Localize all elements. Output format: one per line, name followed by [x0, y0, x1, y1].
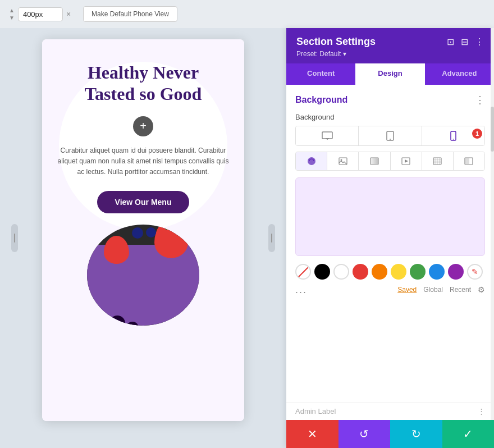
settings-tabs: Content Design Advanced: [286, 63, 494, 85]
swatch-transparent[interactable]: [295, 264, 311, 280]
tab-content[interactable]: Content: [286, 63, 355, 85]
background-section-title: Background: [295, 95, 347, 105]
value-stepper[interactable]: ▲ ▼: [9, 7, 15, 21]
resize-handle-left[interactable]: [11, 224, 18, 252]
swatch-purple[interactable]: [448, 264, 464, 280]
body-text: Curabitur aliquet quam id dui posuere bl…: [56, 145, 231, 178]
bg-type-tabs: [295, 152, 485, 171]
bg-type-video[interactable]: [391, 152, 422, 170]
color-tab-global[interactable]: Global: [423, 286, 443, 294]
tab-advanced[interactable]: Advanced: [425, 63, 494, 85]
device-tab-tablet[interactable]: [359, 126, 422, 145]
dots-button[interactable]: ···: [295, 286, 307, 298]
expand-icon[interactable]: ⊡: [447, 36, 454, 47]
settings-title: Section Settings: [296, 36, 376, 48]
background-section-header: Background ⋮: [295, 94, 485, 106]
svg-point-6: [390, 139, 391, 140]
swatch-custom[interactable]: ✎: [467, 264, 483, 280]
layout-icon[interactable]: ⊟: [461, 36, 468, 47]
svg-point-10: [340, 159, 342, 161]
phone-content: Healthy Never Tasted so Good + Curabitur…: [42, 39, 244, 421]
bg-type-color[interactable]: [296, 152, 327, 170]
admin-menu-icon[interactable]: ⋮: [478, 407, 485, 415]
bg-type-pattern[interactable]: [422, 152, 454, 170]
scrollbar-thumb[interactable]: [491, 107, 494, 152]
color-tab-saved[interactable]: Saved: [397, 286, 417, 294]
preset-selector[interactable]: Preset: Default ▾: [296, 50, 484, 58]
width-input[interactable]: [18, 7, 63, 21]
background-field-label: Background: [295, 113, 485, 121]
view-menu-button[interactable]: View Our Menu: [97, 191, 190, 213]
swatch-blue[interactable]: [429, 264, 445, 280]
make-default-button[interactable]: Make Default Phone View: [83, 6, 177, 22]
swatch-black[interactable]: [314, 264, 330, 280]
bg-type-image[interactable]: [327, 152, 359, 170]
scrollbar-track[interactable]: [491, 28, 494, 420]
badge-1: 1: [472, 129, 482, 139]
admin-label-text: Admin Label: [295, 407, 336, 415]
color-filter-tabs: Saved Global Recent ⚙: [397, 285, 485, 294]
cancel-button[interactable]: ✕: [286, 420, 339, 448]
settings-panel: Section Settings ⊡ ⊟ ⋮ Preset: Default ▾…: [286, 28, 494, 448]
svg-rect-0: [14, 234, 15, 243]
svg-marker-14: [405, 159, 408, 163]
svg-rect-23: [465, 158, 469, 164]
header-icons: ⊡ ⊟ ⋮: [447, 36, 484, 47]
bg-type-mask[interactable]: [454, 152, 484, 170]
save-button[interactable]: ✓: [442, 420, 495, 448]
phone-frame: Healthy Never Tasted so Good + Curabitur…: [42, 39, 244, 421]
main-layout: Healthy Never Tasted so Good + Curabitur…: [0, 28, 494, 448]
page-title: Healthy Never Tasted so Good: [56, 56, 231, 105]
color-settings-icon[interactable]: ⚙: [478, 285, 485, 294]
add-section-button[interactable]: +: [133, 116, 153, 136]
more-icon[interactable]: ⋮: [475, 36, 484, 47]
food-image: [76, 225, 211, 348]
color-tab-recent[interactable]: Recent: [450, 286, 471, 294]
bottom-action-bar: ✕ ↺ ↻ ✓: [286, 420, 494, 448]
color-preview-area[interactable]: [295, 177, 485, 256]
swatch-yellow[interactable]: [391, 264, 406, 280]
swatch-orange[interactable]: [372, 264, 387, 280]
tab-design[interactable]: Design: [355, 63, 424, 85]
device-tab-phone[interactable]: 1: [422, 126, 484, 145]
section-menu-icon[interactable]: ⋮: [475, 94, 485, 106]
close-icon[interactable]: ×: [66, 10, 71, 19]
settings-header: Section Settings ⊡ ⊟ ⋮ Preset: Default ▾: [286, 28, 494, 63]
svg-rect-12: [371, 158, 378, 164]
swatch-white[interactable]: [333, 264, 349, 280]
swatch-red[interactable]: [353, 264, 368, 280]
redo-button[interactable]: ↻: [390, 420, 442, 448]
color-swatches: ✎: [295, 264, 485, 280]
device-tabs: 1: [295, 126, 485, 146]
bg-type-gradient[interactable]: [359, 152, 390, 170]
top-bar: ▲ ▼ × Make Default Phone View: [0, 0, 494, 28]
device-tab-desktop[interactable]: [296, 126, 359, 145]
admin-label-row: Admin Label ⋮: [286, 402, 494, 420]
swatch-green[interactable]: [410, 264, 426, 280]
svg-rect-2: [322, 132, 332, 139]
resize-handle-right[interactable]: [268, 224, 275, 252]
svg-point-8: [453, 139, 454, 140]
undo-button[interactable]: ↺: [339, 420, 391, 448]
preview-panel: Healthy Never Tasted so Good + Curabitur…: [0, 28, 286, 448]
panel-body: Background ⋮ Background 1: [286, 85, 494, 402]
svg-rect-1: [271, 234, 272, 243]
